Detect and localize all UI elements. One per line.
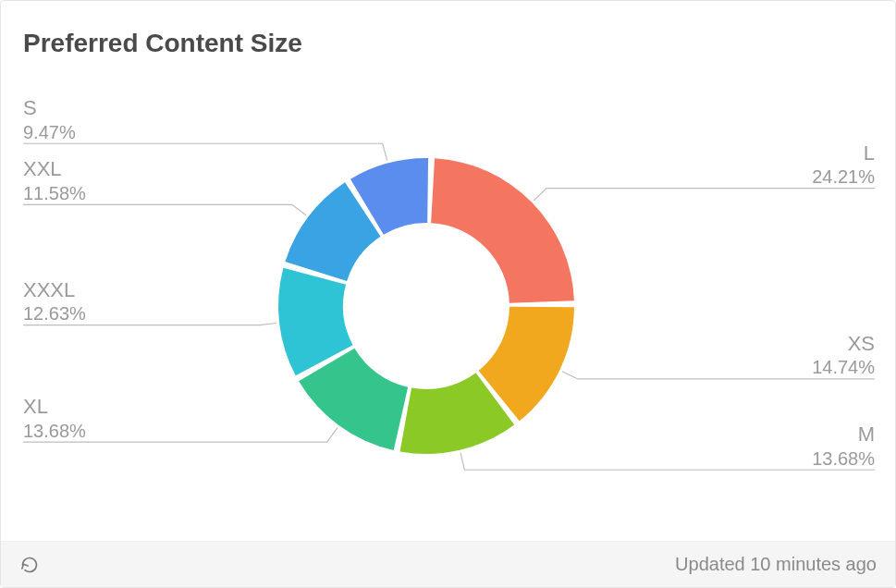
leader-xxl — [23, 204, 306, 214]
label-xs: XS14.74% — [812, 331, 875, 380]
label-s: S9.47% — [23, 95, 76, 144]
label-name: M — [812, 422, 875, 447]
label-pct: 13.68% — [23, 420, 86, 443]
refresh-icon — [20, 556, 39, 574]
chart-title: Preferred Content Size — [23, 29, 302, 58]
donut-slices — [278, 158, 574, 454]
donut-chart: L24.21%XS14.74%M13.68%XL13.68%XXXL12.63%… — [1, 66, 896, 537]
label-l: L24.21% — [812, 141, 875, 190]
label-name: XS — [812, 331, 875, 357]
label-xxl: XXL11.58% — [23, 156, 86, 205]
donut-svg — [1, 66, 896, 537]
label-xxxl: XXXL12.63% — [23, 277, 86, 326]
label-name: L — [812, 141, 875, 166]
label-pct: 24.21% — [812, 165, 875, 189]
label-pct: 14.74% — [812, 356, 875, 379]
label-name: XL — [23, 394, 86, 420]
label-pct: 9.47% — [23, 121, 76, 144]
updated-label: Updated 10 minutes ago — [675, 554, 877, 575]
label-name: XXL — [23, 156, 86, 182]
label-name: S — [23, 95, 76, 121]
label-pct: 11.58% — [23, 182, 86, 205]
leader-l — [534, 189, 875, 201]
label-name: XXXL — [23, 277, 86, 303]
label-xl: XL13.68% — [23, 394, 86, 443]
label-pct: 12.63% — [23, 302, 86, 325]
slice-l[interactable] — [431, 158, 574, 302]
label-m: M13.68% — [812, 422, 875, 471]
label-pct: 13.68% — [812, 447, 875, 471]
refresh-button[interactable] — [19, 555, 40, 575]
card-footer: Updated 10 minutes ago — [1, 541, 895, 587]
chart-card: Preferred Content Size L24.21%XS14.74%M1… — [0, 0, 896, 588]
